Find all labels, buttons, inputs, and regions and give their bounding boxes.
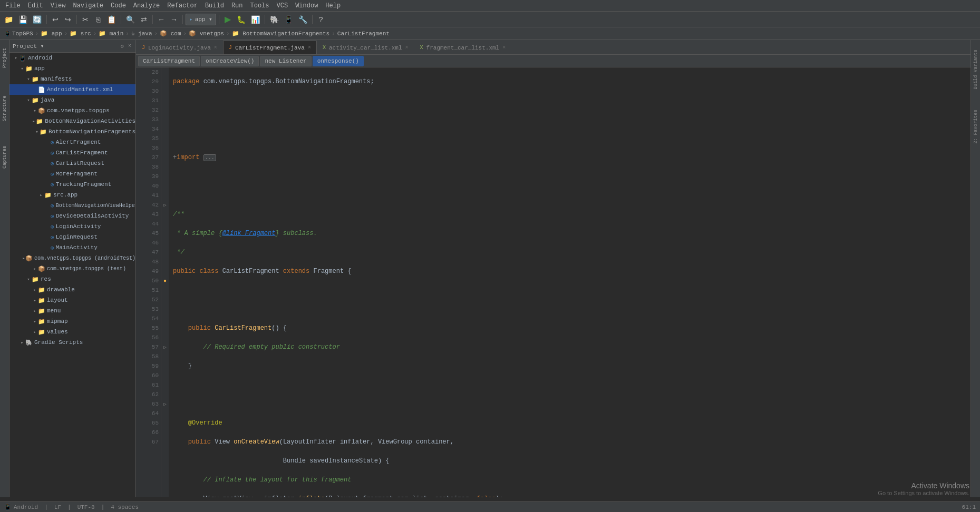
tree-android-root[interactable]: ▾ 📱 Android: [9, 53, 135, 63]
app-dropdown[interactable]: ▸ app ▾: [186, 14, 216, 25]
tree-bottomnavhelper[interactable]: ⊙ BottomNavigationViewHelpe: [9, 200, 135, 211]
tab-loginactivity[interactable]: J LoginActivity.java ×: [136, 41, 223, 54]
bc-bottomnavfragments[interactable]: 📁 BottomNavigationFragments: [232, 30, 330, 37]
help-btn[interactable]: ?: [315, 14, 327, 25]
tree-bottomnav-activities[interactable]: ▸ 📁 BottomNavigationActivities: [9, 116, 135, 126]
gradle-sync-btn[interactable]: 🐘: [268, 14, 281, 25]
profile-btn[interactable]: 📊: [249, 14, 262, 25]
tree-carlistrequest[interactable]: ⊙ CarListRequest: [9, 158, 135, 169]
tree-layout[interactable]: ▸ 📁 layout: [9, 295, 135, 306]
bc-vnetgps[interactable]: 📦 vnetgps: [189, 30, 224, 37]
find-btn[interactable]: 🔍: [124, 14, 137, 25]
close-tab-carlistfragment[interactable]: ×: [308, 45, 311, 51]
debug-btn[interactable]: 🐛: [235, 14, 248, 25]
favorites-tab[interactable]: 2: Favorites: [972, 107, 979, 146]
tree-trackingfragment[interactable]: ⊙ TrackingFragment: [9, 179, 135, 190]
tree-mipmap[interactable]: ▸ 📁 mipmap: [9, 316, 135, 327]
redo-btn[interactable]: ↪: [62, 14, 74, 25]
tree-test[interactable]: ▸ 📦 com.vnetgps.topgps (test): [9, 263, 135, 274]
tree-loginactivity[interactable]: ⊙ LoginActivity: [9, 221, 135, 232]
sync-btn[interactable]: 🔄: [31, 14, 44, 25]
menu-tools[interactable]: Tools: [247, 1, 273, 11]
bc-app[interactable]: 📁 app: [41, 30, 62, 37]
method-tab-new-listener[interactable]: new Listener: [260, 56, 311, 66]
menu-window[interactable]: Window: [292, 1, 321, 11]
bc-src[interactable]: 📁 src: [70, 30, 91, 37]
close-tab-activity-car-list[interactable]: ×: [405, 45, 409, 51]
tree-menu[interactable]: ▸ 📁 menu: [9, 306, 135, 316]
status-lf[interactable]: LF: [54, 504, 61, 510]
menu-code[interactable]: Code: [108, 1, 129, 11]
menu-build[interactable]: Build: [202, 1, 227, 11]
tab-fragment-car-list[interactable]: X fragment_car_list.xml ×: [414, 41, 512, 54]
forward-btn[interactable]: →: [168, 14, 180, 25]
close-tab-fragment-car-list[interactable]: ×: [502, 45, 506, 51]
tree-drawable[interactable]: ▸ 📁 drawable: [9, 284, 135, 295]
close-tab-loginactivity[interactable]: ×: [214, 45, 217, 51]
avd-btn[interactable]: 📱: [282, 14, 295, 25]
copy-btn[interactable]: ⎘: [92, 14, 104, 25]
tree-java[interactable]: ▾ 📁 java: [9, 95, 135, 105]
method-tab-carlistfragment[interactable]: CarListFragment: [138, 56, 200, 66]
tree-srcapp[interactable]: ▸ 📁 src.app: [9, 190, 135, 200]
gutter-fold-64[interactable]: ▷: [161, 399, 169, 409]
bc-java[interactable]: ☕ java: [131, 30, 152, 37]
tree-morefragment[interactable]: ⊙ MoreFragment: [9, 169, 135, 179]
tab-activity-car-list[interactable]: X activity_car_list.xml ×: [317, 41, 414, 54]
tree-androidmanifest[interactable]: 📄 AndroidManifest.xml: [9, 84, 135, 95]
tree-manifests[interactable]: ▾ 📁 manifests: [9, 74, 135, 84]
tree-com-vnetgps[interactable]: ▾ 📦 com.vnetgps.topgps: [9, 105, 135, 116]
run-btn[interactable]: ▶: [222, 14, 234, 25]
tree-loginrequest[interactable]: ⊙ LoginRequest: [9, 232, 135, 242]
menu-analyze[interactable]: Analyze: [130, 1, 163, 11]
menu-edit[interactable]: Edit: [25, 1, 46, 11]
tree-gradle[interactable]: ▸ 🐘 Gradle Scripts: [9, 337, 135, 348]
save-btn[interactable]: 💾: [16, 14, 30, 25]
tab-carlistfragment[interactable]: J CarListFragment.java ×: [223, 41, 317, 54]
gutter-fold-58[interactable]: ▷: [161, 342, 169, 352]
menu-run[interactable]: Run: [228, 1, 246, 11]
status-spaces[interactable]: 4 spaces: [111, 504, 139, 510]
bc-com[interactable]: 📦 com: [160, 30, 181, 37]
gutter-fold-38[interactable]: ▷: [161, 200, 169, 210]
method-tab-onresponse[interactable]: onResponse(): [313, 56, 364, 66]
tree-mainactivity[interactable]: ⊙ MainActivity: [9, 242, 135, 253]
panel-close-btn[interactable]: ×: [127, 43, 132, 50]
cut-btn[interactable]: ✂: [80, 14, 91, 25]
code-scroll[interactable]: 28 29 30 31 32 33 34 35 36 37 38 39 40 4…: [136, 67, 971, 497]
menu-navigate[interactable]: Navigate: [70, 1, 106, 11]
paste-btn[interactable]: 📋: [105, 14, 118, 25]
menu-view[interactable]: View: [47, 1, 69, 11]
tree-app[interactable]: ▾ 📁 app: [9, 63, 135, 74]
project-icon[interactable]: Project: [1, 42, 8, 74]
tree-androidtest[interactable]: ▸ 📦 com.vnetgps.topgps (androidTest): [9, 253, 135, 263]
structure-icon[interactable]: Structure: [1, 94, 8, 123]
tree-res[interactable]: ▾ 📁 res: [9, 274, 135, 284]
gutter: ▷ ● ▷ ▷: [161, 67, 169, 497]
menu-help[interactable]: Help: [322, 1, 344, 11]
new-project-btn[interactable]: 📁: [2, 14, 15, 25]
gutter-debug-52[interactable]: ●: [161, 276, 169, 285]
line-31: [173, 134, 966, 143]
method-tab-oncreateview[interactable]: onCreateView(): [201, 56, 259, 66]
status-utf8[interactable]: UTF-8: [77, 504, 95, 510]
undo-btn[interactable]: ↩: [50, 14, 61, 25]
back-btn[interactable]: ←: [156, 14, 167, 25]
sdk-btn[interactable]: 🔧: [296, 14, 309, 25]
bc-main[interactable]: 📁 main: [99, 30, 123, 37]
menu-refactor[interactable]: Refactor: [164, 1, 201, 11]
build-variants-tab[interactable]: Build Variants: [972, 47, 979, 92]
find-replace-btn[interactable]: ⇄: [138, 14, 150, 25]
bc-topgps[interactable]: 📱 TopGPS: [4, 31, 33, 37]
bc-carlistfragment[interactable]: CarListFragment: [337, 31, 390, 37]
line-47: public View onCreateView(LayoutInflater …: [173, 437, 966, 447]
tree-alertfragment[interactable]: ⊙ AlertFragment: [9, 137, 135, 147]
captures-icon[interactable]: Captures: [1, 143, 8, 172]
tree-bottomnav-fragments[interactable]: ▾ 📁 BottomNavigationFragments: [9, 126, 135, 137]
panel-settings-btn[interactable]: ⚙: [120, 43, 125, 50]
tree-values[interactable]: ▸ 📁 values: [9, 327, 135, 337]
tree-carlistfragment[interactable]: ⊙ CarListFragment: [9, 147, 135, 158]
menu-file[interactable]: File: [2, 1, 24, 11]
menu-vcs[interactable]: VCS: [274, 1, 292, 11]
tree-devicedetails[interactable]: ⊙ DeviceDetailsActivity: [9, 211, 135, 221]
